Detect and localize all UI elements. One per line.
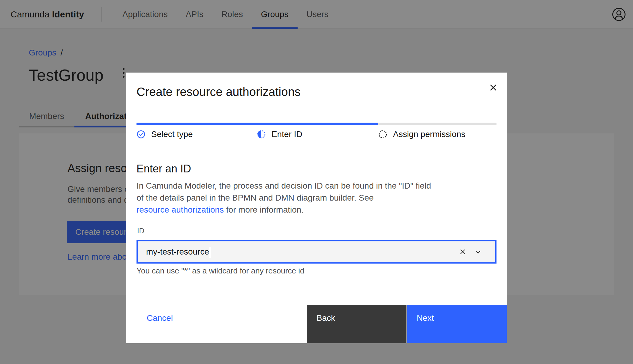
modal-description-line-3: resource authorizations for more informa… [136,204,431,216]
chevron-down-icon[interactable] [474,248,482,256]
create-resource-authorizations-modal: Create resource authorizations Select ty… [126,73,507,343]
clear-input-icon[interactable] [459,248,466,256]
id-input-value[interactable]: my-test-resource [146,241,210,262]
progress-step-assign-permissions[interactable]: Assign permissions [379,130,465,139]
resource-authorizations-link[interactable]: resource authorizations [136,205,224,214]
step-current-icon [257,130,266,139]
step-label-select-type: Select type [151,130,193,139]
step-incomplete-icon [379,130,387,139]
cancel-button[interactable]: Cancel [126,305,307,343]
close-x-svg [489,83,498,92]
id-value-text: my-test-resource [146,247,209,256]
back-button[interactable]: Back [307,305,406,343]
modal-section-heading: Enter an ID [136,163,191,175]
modal-title: Create resource authorizations [136,84,301,100]
screen: Camunda Identity Applications APIs Roles… [0,0,633,364]
modal-description-line-2: of the details panel in the BPMN and DMN… [136,192,431,204]
step-complete-icon [137,130,145,139]
step-label-assign-permissions: Assign permissions [393,130,465,139]
progress-fill [136,123,378,125]
modal-description-line-1: In Camunda Modeler, the process and deci… [136,180,431,192]
progress-track [136,123,496,125]
id-combobox[interactable]: my-test-resource [136,240,496,264]
id-field-helper-text: You can use "*" as a wildcard for any re… [136,266,304,276]
close-icon[interactable] [486,80,500,95]
text-cursor [210,247,210,258]
modal-description: In Camunda Modeler, the process and deci… [136,180,431,216]
id-field-label: ID [137,227,144,235]
modal-footer: Cancel Back Next [126,305,507,343]
clear-x-svg [459,248,466,256]
step-label-enter-id: Enter ID [272,130,302,139]
next-button[interactable]: Next [407,305,507,343]
progress-step-enter-id[interactable]: Enter ID [257,130,302,139]
progress-step-select-type[interactable]: Select type [137,130,193,139]
chevron-svg [474,248,482,256]
modal-description-after-link: for more information. [224,205,304,214]
